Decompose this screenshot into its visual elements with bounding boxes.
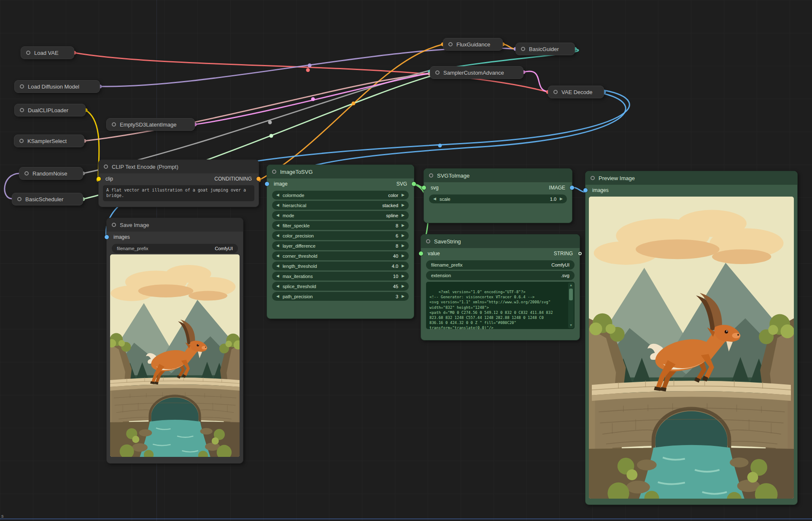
decrement-arrow-icon[interactable]: ◀ <box>276 213 279 217</box>
link-latent-2[interactable] <box>523 71 548 92</box>
node-load-vae[interactable]: Load VAE <box>21 46 74 59</box>
input-dot-images[interactable] <box>105 235 109 239</box>
increment-arrow-icon[interactable]: ▶ <box>402 244 405 248</box>
node-svg-to-image[interactable]: SVGToImage svg IMAGE ◀ scale 1.0 ▶ <box>424 168 572 223</box>
widget-splice-threshold[interactable]: ◀ splice_threshold 45 ▶ <box>272 282 409 291</box>
increment-arrow-icon[interactable]: ▶ <box>560 197 563 201</box>
node-flux-guidance[interactable]: FluxGuidance <box>443 38 503 51</box>
node-header[interactable]: ImageToSVG <box>267 165 414 178</box>
link-conditioning[interactable] <box>259 44 443 180</box>
collapse-dot-icon[interactable] <box>17 197 22 201</box>
widget-extension[interactable]: extension .svg <box>426 271 575 280</box>
node-clip-text-encode[interactable]: CLIP Text Encode (Prompt) clip CONDITION… <box>98 159 259 207</box>
input-dot-value[interactable] <box>419 251 423 256</box>
collapse-dot-icon[interactable] <box>24 171 29 175</box>
link-clip[interactable] <box>86 110 99 180</box>
svg-code-textarea[interactable]: <?xml version="1.0" encoding="UTF-8"?> <… <box>426 282 575 329</box>
prompt-text-widget[interactable]: A flat vector art illustration of a goat… <box>103 185 254 201</box>
scroll-down-icon[interactable]: ▼ <box>570 324 572 327</box>
node-basic-guider[interactable]: BasicGuider <box>515 43 575 55</box>
widget-filename-prefix[interactable]: filename_prefix ComfyUI <box>426 260 575 270</box>
node-sampler-custom-advance[interactable]: SamplerCustomAdvance <box>430 66 523 79</box>
widget-filter-speckle[interactable]: ◀ filter_speckle 8 ▶ <box>272 221 409 230</box>
collapse-dot-icon[interactable] <box>591 176 595 180</box>
output-dot-image[interactable] <box>570 186 574 190</box>
collapse-dot-icon[interactable] <box>426 239 430 243</box>
collapse-dot-icon[interactable] <box>553 90 558 94</box>
increment-arrow-icon[interactable]: ▶ <box>402 294 405 298</box>
output-dot-svg[interactable] <box>412 182 416 186</box>
input-dot-svg[interactable] <box>422 186 426 190</box>
node-vae-decode[interactable]: VAE Decode <box>548 86 604 98</box>
collapse-dot-icon[interactable] <box>435 70 440 75</box>
node-image-to-svg[interactable]: ImageToSVG image SVG ◀ colormode color ▶… <box>267 165 414 319</box>
decrement-arrow-icon[interactable]: ◀ <box>276 193 279 197</box>
collapse-dot-icon[interactable] <box>521 47 525 51</box>
node-ksampler-select[interactable]: KSamplerSelect <box>14 135 84 147</box>
node-empty-sd3-latent-image[interactable]: EmptySD3LatentImage <box>106 118 195 131</box>
link-latent[interactable] <box>195 73 430 124</box>
widget-corner-threshold[interactable]: ◀ corner_threshold 40 ▶ <box>272 251 409 260</box>
node-header[interactable]: SVGToImage <box>424 169 572 182</box>
decrement-arrow-icon[interactable]: ◀ <box>433 197 436 201</box>
collapse-dot-icon[interactable] <box>104 165 108 169</box>
decrement-arrow-icon[interactable]: ◀ <box>276 274 279 278</box>
collapse-dot-icon[interactable] <box>429 173 433 178</box>
widget-color-precision[interactable]: ◀ color_precision 6 ▶ <box>272 231 409 240</box>
node-load-diffusion-model[interactable]: Load Diffusion Model <box>14 80 100 93</box>
widget-hierarchical[interactable]: ◀ hierarchical stacked ▶ <box>272 201 409 210</box>
widget-mode[interactable]: ◀ mode spline ▶ <box>272 211 409 220</box>
node-header[interactable]: CLIP Text Encode (Prompt) <box>99 160 259 173</box>
collapse-dot-icon[interactable] <box>20 84 24 89</box>
decrement-arrow-icon[interactable]: ◀ <box>276 234 279 238</box>
increment-arrow-icon[interactable]: ▶ <box>402 213 405 217</box>
input-dot-image[interactable] <box>265 182 269 186</box>
link-conditioning-2[interactable] <box>503 44 515 49</box>
collapse-dot-icon[interactable] <box>20 108 24 112</box>
output-dot-conditioning[interactable] <box>256 177 261 181</box>
node-save-image[interactable]: Save Image images filename_prefix ComfyU… <box>106 218 243 464</box>
decrement-arrow-icon[interactable]: ◀ <box>276 203 279 207</box>
node-header[interactable]: Preview Image <box>585 171 797 185</box>
increment-arrow-icon[interactable]: ▶ <box>402 234 405 238</box>
widget-path-precision[interactable]: ◀ path_precision 3 ▶ <box>272 292 409 301</box>
collapse-dot-icon[interactable] <box>272 170 276 174</box>
increment-arrow-icon[interactable]: ▶ <box>402 193 405 197</box>
decrement-arrow-icon[interactable]: ◀ <box>276 264 279 268</box>
graph-canvas[interactable]: { "canvas": { "corner_text": "s" }, "ico… <box>0 0 812 521</box>
decrement-arrow-icon[interactable]: ◀ <box>276 254 279 258</box>
node-random-noise[interactable]: RandomNoise <box>19 167 83 180</box>
collapse-dot-icon[interactable] <box>112 223 116 227</box>
increment-arrow-icon[interactable]: ▶ <box>402 284 405 288</box>
widget-colormode[interactable]: ◀ colormode color ▶ <box>272 191 409 200</box>
increment-arrow-icon[interactable]: ▶ <box>402 224 405 227</box>
widget-length-threshold[interactable]: ◀ length_threshold 4.0 ▶ <box>272 262 409 270</box>
widget-filename-prefix[interactable]: filename_prefix ComfyUI <box>112 244 238 253</box>
node-basic-scheduler[interactable]: BasicScheduler <box>12 193 83 205</box>
link-sampler[interactable] <box>84 74 430 141</box>
collapse-dot-icon[interactable] <box>112 122 116 127</box>
collapse-dot-icon[interactable] <box>448 42 453 46</box>
widget-scale[interactable]: ◀ scale 1.0 ▶ <box>429 194 567 203</box>
widget-layer-difference[interactable]: ◀ layer_difference 8 ▶ <box>272 241 409 250</box>
decrement-arrow-icon[interactable]: ◀ <box>276 244 279 248</box>
increment-arrow-icon[interactable]: ▶ <box>402 254 405 258</box>
collapse-dot-icon[interactable] <box>19 139 24 143</box>
saved-image-preview[interactable] <box>110 254 240 457</box>
node-dual-clip-loader[interactable]: DualCLIPLoader <box>14 104 86 116</box>
decrement-arrow-icon[interactable]: ◀ <box>276 224 279 227</box>
decrement-arrow-icon[interactable]: ◀ <box>276 284 279 288</box>
scrollbar-thumb[interactable] <box>569 289 573 300</box>
scroll-up-icon[interactable]: ▲ <box>570 283 572 287</box>
widget-max-iterations[interactable]: ◀ max_iterations 10 ▶ <box>272 272 409 281</box>
decrement-arrow-icon[interactable]: ◀ <box>276 294 279 298</box>
increment-arrow-icon[interactable]: ▶ <box>402 264 405 268</box>
input-dot-images[interactable] <box>583 188 588 192</box>
preview-image-display[interactable] <box>589 197 794 499</box>
increment-arrow-icon[interactable]: ▶ <box>402 203 405 207</box>
input-dot-clip[interactable] <box>97 177 101 181</box>
node-header[interactable]: SaveString <box>421 235 580 248</box>
node-preview-image[interactable]: Preview Image images <box>585 171 798 505</box>
output-dot-string[interactable] <box>578 252 582 255</box>
node-header[interactable]: Save Image <box>107 218 243 232</box>
